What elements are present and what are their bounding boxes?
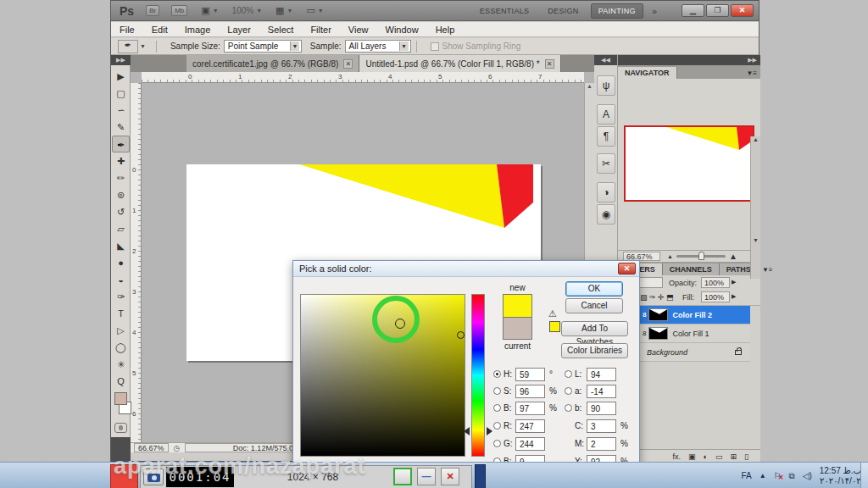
fill-arrow-icon[interactable]: ▶ bbox=[732, 293, 736, 300]
delete-layer-button[interactable]: ▯ bbox=[744, 452, 748, 461]
layers-scrollbar[interactable]: ▲▼ bbox=[750, 136, 760, 279]
cyan-field-input[interactable]: 3 bbox=[587, 419, 616, 433]
quick-mask-button[interactable] bbox=[114, 423, 127, 433]
tray-expand-icon[interactable]: ▲ bbox=[760, 472, 766, 480]
view-extras-icon[interactable]: ▦ bbox=[275, 5, 284, 16]
color-libraries-button[interactable]: Color Libraries bbox=[561, 343, 628, 358]
fill-field[interactable]: 100% bbox=[701, 291, 730, 302]
layer-name[interactable]: Background bbox=[647, 348, 687, 357]
collapse-dock-button[interactable]: ▶▶ bbox=[618, 55, 760, 65]
lock-icons[interactable]: ▨ ✑ ✛ ⬒ bbox=[640, 293, 674, 302]
hand-tool[interactable]: ✳ bbox=[112, 356, 130, 373]
menu-view[interactable]: View bbox=[340, 23, 377, 36]
lab-b-field-input[interactable]: 90 bbox=[587, 402, 616, 415]
eyedropper-tool-preset[interactable]: ✒ bbox=[118, 40, 138, 53]
lab-a-field-input[interactable]: -14 bbox=[587, 385, 616, 398]
tab-channels[interactable]: CHANNELS bbox=[663, 263, 720, 275]
document-tab-0[interactable]: corel.certificate1.jpg @ 66.7% (RGB/8)✕ bbox=[186, 55, 359, 72]
move-tool[interactable]: ▶ bbox=[112, 68, 130, 85]
language-indicator[interactable]: FA bbox=[741, 471, 751, 480]
navigator-zoom-slider[interactable] bbox=[676, 255, 726, 258]
slider-thumb[interactable] bbox=[698, 252, 704, 260]
ok-button[interactable]: OK bbox=[565, 281, 623, 297]
layer-style-button[interactable]: fx. bbox=[673, 452, 682, 461]
clone-stamp-tool[interactable]: ⊚ bbox=[112, 186, 130, 203]
workspace-overflow-icon[interactable]: » bbox=[648, 6, 660, 16]
screen-mode-icon[interactable]: ▭ bbox=[306, 5, 314, 16]
menu-select[interactable]: Select bbox=[259, 23, 303, 36]
dialog-title-bar[interactable]: Pick a solid color: ✕ bbox=[293, 261, 639, 277]
layer-mask-thumbnail[interactable] bbox=[648, 308, 668, 321]
workspace-essentials[interactable]: ESSENTIALS bbox=[473, 4, 537, 18]
zoom-out-icon[interactable]: ▲ bbox=[667, 253, 673, 259]
adjustment-layer-button[interactable]: ◐ bbox=[704, 452, 708, 461]
tab-navigator[interactable]: NAVIGATOR bbox=[618, 67, 677, 79]
workspace-design[interactable]: DESIGN bbox=[541, 4, 585, 18]
pen-tool[interactable]: ✑ bbox=[112, 288, 130, 305]
healing-brush-tool[interactable]: ✚ bbox=[112, 152, 130, 169]
type-tool[interactable]: T bbox=[112, 305, 130, 322]
new-layer-button[interactable]: ⊞ bbox=[731, 452, 737, 461]
menu-edit[interactable]: Edit bbox=[143, 23, 176, 36]
mask-link-icon[interactable]: 8 bbox=[643, 330, 646, 337]
tab-close-icon[interactable]: ✕ bbox=[545, 59, 554, 69]
masks-panel-icon[interactable]: ◉ bbox=[597, 204, 615, 225]
layer-mask-thumbnail[interactable] bbox=[648, 327, 668, 340]
paragraph-panel-icon[interactable]: ¶ bbox=[597, 126, 615, 147]
expand-dock-button[interactable]: ◀◀ bbox=[594, 55, 617, 65]
clone-source-panel-icon[interactable]: ◑ bbox=[597, 182, 615, 202]
lab-a-field-radio[interactable] bbox=[565, 387, 572, 395]
add-to-swatches-button[interactable]: Add To Swatches bbox=[561, 321, 628, 336]
lasso-tool[interactable]: ∽ bbox=[112, 102, 130, 119]
region-select-button[interactable] bbox=[393, 468, 412, 485]
foreground-color-swatch[interactable] bbox=[114, 392, 127, 405]
marquee-tool[interactable]: ▢ bbox=[112, 85, 130, 102]
menu-filter[interactable]: Filter bbox=[302, 23, 339, 36]
magenta-field-input[interactable]: 2 bbox=[587, 437, 616, 451]
close-button[interactable]: ✕ bbox=[731, 4, 754, 17]
path-selection-tool[interactable]: ▷ bbox=[112, 322, 130, 339]
toolbox-collapse-button[interactable]: ▶▶ bbox=[111, 55, 131, 65]
menu-file[interactable]: File bbox=[111, 23, 143, 36]
restore-button[interactable]: ❐ bbox=[706, 4, 729, 17]
brush-tool[interactable]: ✏ bbox=[112, 169, 130, 186]
opacity-arrow-icon[interactable]: ▶ bbox=[732, 279, 736, 286]
sample-size-dropdown[interactable]: Point Sample ▼ bbox=[224, 40, 302, 53]
web-safe-swatch[interactable] bbox=[549, 321, 560, 332]
status-zoom-field[interactable]: 66.67% bbox=[134, 443, 169, 452]
menu-window[interactable]: Window bbox=[377, 23, 427, 36]
taskbar-item[interactable] bbox=[475, 464, 486, 488]
network-icon[interactable]: ⧉ bbox=[789, 471, 795, 481]
layer-name[interactable]: Color Fill 2 bbox=[672, 311, 712, 319]
zoom-level-control[interactable]: 100% bbox=[232, 6, 254, 15]
minimize-button[interactable]: ▁ bbox=[682, 4, 704, 17]
taskbar-clock[interactable]: 12:57 ب.ظ ۲۰۲۰/۱۴/۰۲ bbox=[820, 466, 861, 486]
layer-name[interactable]: Color Fill 1 bbox=[672, 330, 709, 338]
launch-bridge-icon[interactable]: ▣ bbox=[201, 5, 209, 16]
cancel-button[interactable]: Cancel bbox=[565, 298, 623, 313]
character-panel-icon[interactable]: A bbox=[597, 104, 615, 125]
blur-tool[interactable]: ● bbox=[112, 254, 130, 271]
add-mask-button[interactable]: ▣ bbox=[688, 452, 696, 461]
show-sampling-ring-checkbox[interactable]: Show Sampling Ring bbox=[431, 42, 521, 51]
volume-icon[interactable]: ◁) bbox=[803, 471, 812, 480]
tab-close-icon[interactable]: ✕ bbox=[343, 59, 353, 69]
dialog-close-button[interactable]: ✕ bbox=[618, 263, 636, 274]
opacity-field[interactable]: 100% bbox=[701, 277, 730, 288]
gamut-warning-icon[interactable]: ⚠ bbox=[548, 308, 557, 319]
navigator-proxy-view[interactable] bbox=[624, 125, 754, 202]
show-desktop-button[interactable] bbox=[860, 463, 868, 488]
dodge-tool[interactable]: ◒ bbox=[112, 271, 130, 288]
action-center-icon[interactable]: ⚐✕ bbox=[774, 471, 782, 480]
recorder-minimize-button[interactable]: — bbox=[417, 468, 436, 485]
panel-menu-icon[interactable]: ▼≡ bbox=[743, 68, 760, 79]
shape-tool[interactable]: ◯ bbox=[112, 339, 130, 356]
zoom-tool[interactable]: Q bbox=[112, 373, 130, 390]
menu-help[interactable]: Help bbox=[427, 23, 464, 36]
color-field-cursor[interactable] bbox=[395, 319, 405, 329]
menu-layer[interactable]: Layer bbox=[219, 23, 259, 36]
mini-bridge-button[interactable]: Mb bbox=[171, 5, 187, 16]
lab-l-field-radio[interactable] bbox=[565, 370, 572, 378]
lab-l-field-input[interactable]: 94 bbox=[587, 368, 616, 381]
document-tab-1[interactable]: Untitled-1.psd @ 66.7% (Color Fill 1, RG… bbox=[359, 55, 560, 72]
